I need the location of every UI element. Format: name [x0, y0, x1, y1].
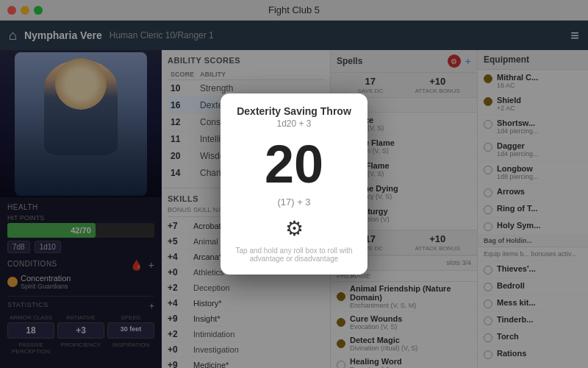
modal-overlay[interactable]: Dexterity Saving Throw 1d20 + 3 20 (17) … — [0, 0, 588, 368]
modal-hint: Tap and hold any roll box to roll with a… — [232, 247, 356, 263]
modal-result: 20 — [232, 138, 356, 191]
dice-icon: ⚙ — [232, 216, 356, 241]
modal-title: Dexterity Saving Throw — [232, 105, 356, 117]
modal-breakdown: (17) + 3 — [232, 197, 356, 208]
dice-modal: Dexterity Saving Throw 1d20 + 3 20 (17) … — [220, 93, 368, 275]
modal-formula: 1d20 + 3 — [232, 118, 356, 129]
